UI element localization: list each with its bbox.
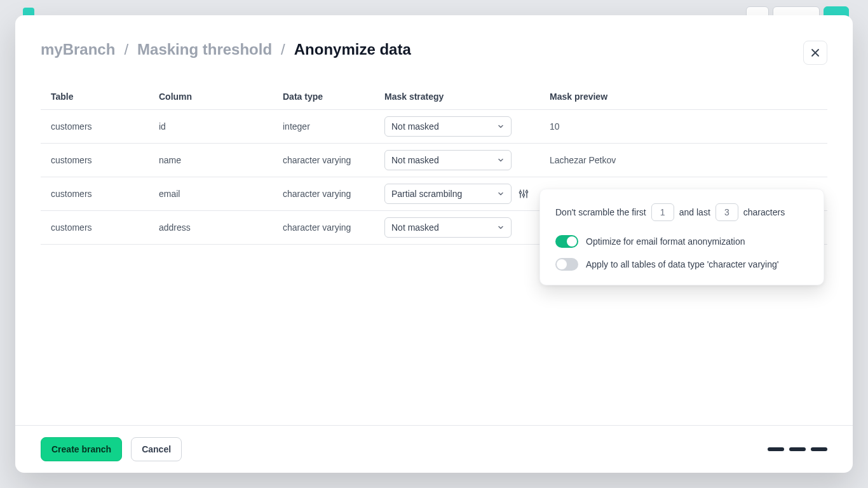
apply-all-tables-label: Apply to all tables of data type 'charac… xyxy=(586,259,778,269)
breadcrumb-item-branch[interactable]: myBranch xyxy=(41,41,115,58)
scramble-settings-popover: Don't scramble the first and last charac… xyxy=(539,189,824,285)
create-branch-button[interactable]: Create branch xyxy=(41,437,122,461)
col-header-preview: Mask preview xyxy=(539,84,827,110)
cell-column: address xyxy=(149,211,273,245)
adjust-settings-icon[interactable] xyxy=(518,188,529,200)
table-row: customersnamecharacter varyingNot masked… xyxy=(41,144,827,177)
svg-point-3 xyxy=(522,194,524,196)
cell-column: email xyxy=(149,177,273,211)
svg-point-5 xyxy=(526,191,527,193)
chevron-down-icon xyxy=(497,123,505,130)
scramble-label-and-last: and last xyxy=(679,207,710,217)
close-button[interactable] xyxy=(803,41,827,65)
chevron-down-icon xyxy=(497,190,505,198)
scramble-label-first: Don't scramble the first xyxy=(555,207,646,217)
cell-preview: Lachezar Petkov xyxy=(539,144,827,177)
mask-strategy-select[interactable]: Not masked xyxy=(384,217,512,238)
chevron-down-icon xyxy=(497,156,505,164)
mask-strategy-value: Not masked xyxy=(391,155,439,165)
scramble-label-chars: characters xyxy=(743,207,785,217)
cancel-button[interactable]: Cancel xyxy=(131,437,182,461)
mask-strategy-select[interactable]: Not masked xyxy=(384,150,512,170)
cell-strategy: Not masked xyxy=(374,110,539,144)
cell-table: customers xyxy=(41,177,149,211)
breadcrumb-separator: / xyxy=(124,41,128,58)
cell-data-type: integer xyxy=(273,110,374,144)
mask-strategy-value: Partial scrambilng xyxy=(391,189,462,199)
cell-table: customers xyxy=(41,144,149,177)
chevron-down-icon xyxy=(497,224,505,231)
cell-data-type: character varying xyxy=(273,177,374,211)
cell-strategy: Not masked xyxy=(374,144,539,177)
close-icon xyxy=(811,48,820,57)
scramble-last-n-input[interactable] xyxy=(715,203,738,221)
col-header-table: Table xyxy=(41,84,149,110)
cell-data-type: character varying xyxy=(273,144,374,177)
optimize-email-label: Optimize for email format anonymization xyxy=(586,236,745,247)
table-row: customersidintegerNot masked10 xyxy=(41,110,827,144)
mask-strategy-value: Not masked xyxy=(391,121,439,132)
scramble-first-n-input[interactable] xyxy=(651,203,674,221)
cell-column: name xyxy=(149,144,273,177)
cell-table: customers xyxy=(41,211,149,245)
step-indicator xyxy=(768,447,827,451)
cell-table: customers xyxy=(41,110,149,144)
breadcrumb: myBranch / Masking threshold / Anonymize… xyxy=(41,41,411,58)
anonymize-modal: myBranch / Masking threshold / Anonymize… xyxy=(15,15,853,473)
breadcrumb-item-threshold[interactable]: Masking threshold xyxy=(137,41,272,58)
col-header-column: Column xyxy=(149,84,273,110)
optimize-email-toggle[interactable] xyxy=(555,235,578,248)
cell-column: id xyxy=(149,110,273,144)
apply-all-tables-toggle[interactable] xyxy=(555,258,578,271)
breadcrumb-item-current: Anonymize data xyxy=(294,41,411,58)
mask-strategy-select[interactable]: Not masked xyxy=(384,116,512,137)
cell-data-type: character varying xyxy=(273,211,374,245)
cell-preview: 10 xyxy=(539,110,827,144)
col-header-strategy: Mask strategy xyxy=(374,84,539,110)
cell-strategy: Partial scrambilng xyxy=(374,177,539,211)
mask-strategy-value: Not masked xyxy=(391,222,439,233)
col-header-type: Data type xyxy=(273,84,374,110)
mask-strategy-select[interactable]: Partial scrambilng xyxy=(384,184,512,204)
breadcrumb-separator: / xyxy=(281,41,285,58)
cell-strategy: Not masked xyxy=(374,211,539,245)
svg-point-1 xyxy=(519,191,521,193)
